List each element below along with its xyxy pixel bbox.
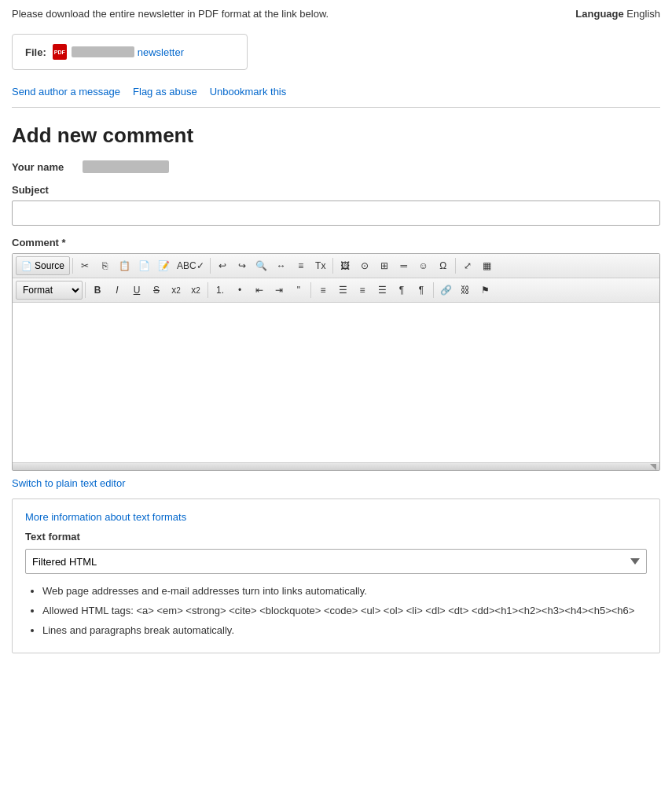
show-blocks-button[interactable]: ▦	[478, 256, 497, 275]
format-dropdown-wrap: Filtered HTML Full HTML Plain text	[25, 549, 647, 574]
intro-text: Please download the entire newsletter in…	[12, 8, 329, 20]
italic-button[interactable]: I	[108, 281, 127, 300]
source-label: Source	[35, 260, 64, 271]
name-value-placeholder	[83, 160, 169, 173]
flash-button[interactable]: ⊙	[355, 256, 374, 275]
superscript-button[interactable]: x2	[186, 281, 205, 300]
format-select[interactable]: Format Heading 1 Heading 2	[16, 281, 83, 300]
editor-resize-handle[interactable]	[13, 462, 659, 470]
file-label: File:	[25, 46, 46, 58]
text-format-heading: Text format	[25, 531, 647, 543]
maximize-button[interactable]: ⤢	[458, 256, 477, 275]
strike-button[interactable]: S	[147, 281, 166, 300]
divider	[12, 107, 660, 108]
file-link[interactable]: newsletter	[138, 46, 184, 58]
separator-5	[85, 282, 86, 298]
rtl-button[interactable]: ¶	[412, 281, 431, 300]
anchor-button[interactable]: ⚑	[476, 281, 494, 300]
blockquote-button[interactable]: "	[289, 281, 308, 300]
table-button[interactable]: ⊞	[375, 256, 394, 275]
separator-2	[210, 258, 211, 274]
outdent-button[interactable]: ⇤	[250, 281, 269, 300]
separator-1	[72, 258, 73, 274]
subject-field-block: Subject	[12, 184, 660, 226]
send-author-message-link[interactable]: Send author a message	[12, 86, 120, 97]
copy-button[interactable]: ⎘	[95, 256, 114, 275]
rule-3: Lines and paragraphs break automatically…	[42, 623, 647, 639]
editor-wrapper: 📄 Source ✂ ⎘ 📋 📄 📝 ABC✓ ↩ ↪ 🔍 ↔ ≡ Tx 🖼	[12, 253, 660, 471]
flag-abuse-link[interactable]: Flag as abuse	[133, 86, 197, 97]
separator-3	[332, 258, 333, 274]
unordered-list-button[interactable]: •	[230, 281, 249, 300]
your-name-row: Your name	[12, 160, 660, 173]
redo-button[interactable]: ↪	[233, 256, 252, 275]
file-box: File: PDF newsletter	[12, 34, 248, 70]
select-all-button[interactable]: ≡	[292, 256, 310, 275]
separator-6	[207, 282, 208, 298]
file-name-placeholder	[72, 46, 134, 57]
paste-button[interactable]: 📋	[115, 256, 134, 275]
paste-text-button[interactable]: 📄	[134, 256, 153, 275]
unlink-button[interactable]: ⛓	[456, 281, 475, 300]
cut-button[interactable]: ✂	[75, 256, 94, 275]
toolbar-row-2: Format Heading 1 Heading 2 B I U S x2 x2…	[13, 278, 659, 303]
editor-textarea[interactable]	[13, 303, 659, 460]
special-char-button[interactable]: Ω	[434, 256, 453, 275]
rule-1: Web page addresses and e-mail addresses …	[42, 583, 647, 600]
text-format-dropdown[interactable]: Filtered HTML Full HTML Plain text	[25, 549, 647, 574]
subject-label: Subject	[12, 184, 660, 196]
underline-button[interactable]: U	[127, 281, 146, 300]
comment-field-block: Comment * 📄 Source ✂ ⎘ 📋 📄 📝 ABC✓ ↩ ↪ 🔍	[12, 237, 660, 653]
action-links: Send author a message Flag as abuse Unbo…	[12, 86, 660, 97]
pdf-icon: PDF	[53, 44, 67, 60]
text-format-box: More information about text formats Text…	[12, 498, 660, 653]
format-select-wrap: Format Heading 1 Heading 2	[16, 281, 83, 300]
source-button[interactable]: 📄 Source	[16, 256, 70, 275]
comment-label: Comment *	[12, 237, 660, 248]
find-replace-button[interactable]: ↔	[272, 256, 291, 275]
horizontal-rule-button[interactable]: ═	[395, 256, 413, 275]
separator-4	[455, 258, 456, 274]
language-info: Language English	[575, 8, 660, 20]
ltr-button[interactable]: ¶	[392, 281, 411, 300]
rules-list: Web page addresses and e-mail addresses …	[25, 583, 647, 638]
resize-triangle	[650, 464, 656, 470]
separator-7	[310, 282, 311, 298]
subject-input[interactable]	[12, 200, 660, 226]
language-label: Language	[575, 8, 623, 20]
your-name-label: Your name	[12, 161, 75, 173]
image-button[interactable]: 🖼	[336, 256, 354, 275]
switch-editor-link[interactable]: Switch to plain text editor	[12, 477, 126, 489]
language-value: English	[626, 8, 660, 20]
align-center-button[interactable]: ☰	[333, 281, 352, 300]
ordered-list-button[interactable]: 1.	[211, 281, 230, 300]
source-icon: 📄	[21, 261, 32, 271]
align-justify-button[interactable]: ☰	[373, 281, 391, 300]
link-button[interactable]: 🔗	[436, 281, 455, 300]
paste-word-button[interactable]: 📝	[154, 256, 173, 275]
undo-button[interactable]: ↩	[213, 256, 232, 275]
rule-2: Allowed HTML tags: <a> <em> <strong> <ci…	[42, 603, 647, 620]
unbookmark-link[interactable]: Unbookmark this	[210, 86, 287, 97]
remove-format-button[interactable]: Tx	[311, 256, 330, 275]
smiley-button[interactable]: ☺	[414, 256, 433, 275]
editor-body[interactable]	[13, 303, 659, 462]
align-right-button[interactable]: ≡	[353, 281, 372, 300]
separator-8	[433, 282, 434, 298]
spellcheck-button[interactable]: ABC✓	[174, 256, 207, 275]
more-info-link[interactable]: More information about text formats	[25, 511, 186, 523]
bold-button[interactable]: B	[88, 281, 107, 300]
indent-button[interactable]: ⇥	[270, 281, 288, 300]
find-button[interactable]: 🔍	[252, 256, 271, 275]
top-bar: Please download the entire newsletter in…	[12, 8, 660, 20]
page-title: Add new comment	[12, 123, 660, 148]
toolbar-row-1: 📄 Source ✂ ⎘ 📋 📄 📝 ABC✓ ↩ ↪ 🔍 ↔ ≡ Tx 🖼	[13, 254, 659, 278]
subscript-button[interactable]: x2	[167, 281, 185, 300]
align-left-button[interactable]: ≡	[314, 281, 332, 300]
page-container: Please download the entire newsletter in…	[12, 8, 660, 653]
